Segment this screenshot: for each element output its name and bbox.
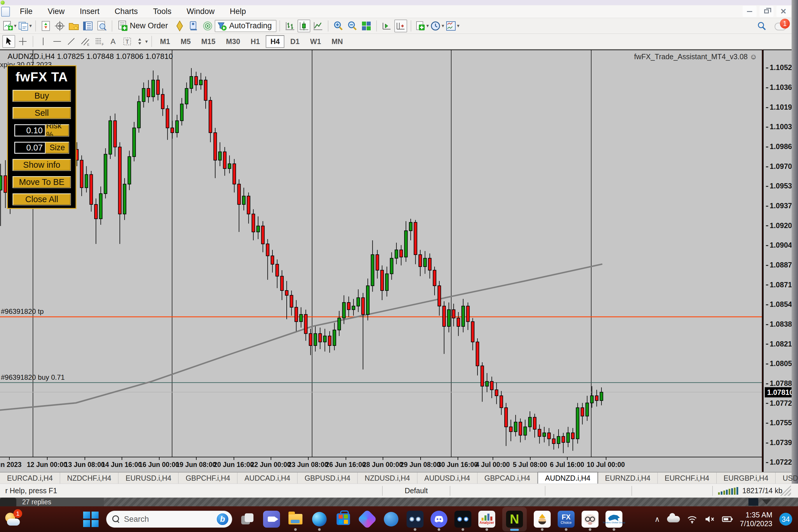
symbol-tab-eurcadih4[interactable]: EURCAD.i,H4 [0,473,60,483]
timeframe-d1[interactable]: D1 [286,35,304,48]
show-info-button[interactable]: Show info [13,159,71,171]
analyzer-app-icon[interactable]: Analyzer [478,511,495,528]
menu-item-file[interactable]: File [12,7,40,16]
symbol-tab-audcadih4[interactable]: AUDCAD.i,H4 [238,473,298,483]
auto-scroll-icon[interactable] [380,20,393,32]
close-all-button[interactable]: Close All [13,194,71,205]
blue-app-icon[interactable] [383,511,400,528]
time-axis[interactable]: un 202312 Jun 00:0013 Jun 08:0014 Jun 16… [0,457,762,472]
timeframe-h1[interactable]: H1 [246,35,265,48]
timeframe-m30[interactable]: M30 [221,35,245,48]
wifi-icon[interactable] [687,515,697,524]
discord-icon[interactable] [431,511,448,528]
symbol-tab-gbpcadih4[interactable]: GBPCAD.i,H4 [477,473,537,483]
fx-choice-app-icon[interactable]: FX Choice [558,511,575,528]
status-profile[interactable]: Default [382,486,450,496]
channel-icon[interactable]: E [79,35,92,48]
volume-muted-icon[interactable] [704,515,715,524]
edge-browser-icon[interactable] [311,511,328,528]
arrows-icon[interactable]: ▾ [135,35,148,48]
timeframe-mn[interactable]: MN [327,35,348,48]
trendline-icon[interactable] [65,35,78,48]
owl-dark-app-icon[interactable] [454,511,471,528]
signals-icon[interactable] [201,20,214,32]
fibonacci-icon[interactable]: F [93,35,106,48]
navigator-icon[interactable] [68,20,80,32]
timeframe-h4[interactable]: H4 [266,35,284,48]
move-to-be-button[interactable]: Move To BE [13,176,71,188]
pig-app-icon[interactable] [582,511,598,528]
symbol-tab-audnzdih4[interactable]: AUDNZD.i,H4 [537,472,598,483]
symbol-tab-nzdchfih4[interactable]: NZDCHF.i,H4 [60,473,118,483]
timeframe-m15[interactable]: M15 [196,35,220,48]
terminal-icon[interactable] [81,20,94,32]
candlestick-chart[interactable]: #96391820 tp#96391820 buy 0.71 [0,50,762,457]
new-chart-icon[interactable]: ▾ [2,20,17,32]
sell-button[interactable]: Sell [13,107,71,119]
copilot-icon[interactable] [359,511,376,528]
owl-app-icon[interactable] [406,511,423,528]
close-button[interactable]: ✕ [776,6,791,17]
symbol-tab-eurchfih4[interactable]: EURCHF.i,H4 [658,473,717,483]
minimize-button[interactable] [743,6,757,17]
crosshair-icon[interactable] [16,35,29,48]
menu-item-view[interactable]: View [40,7,72,16]
bing-icon[interactable]: b [216,513,229,526]
text-icon[interactable]: A [107,35,119,48]
risk-input[interactable]: 0.10 [15,125,45,136]
search-icon[interactable] [757,21,767,32]
file-explorer-icon[interactable] [287,511,304,528]
indicators-icon[interactable]: ▾ [415,20,429,32]
restore-button[interactable] [760,6,774,17]
symbol-tab-nzdusdih4[interactable]: NZDUSD.i,H4 [358,473,417,483]
zoom-in-icon[interactable] [332,20,345,32]
weather-widget-icon[interactable]: 1 [4,510,22,528]
menu-item-tools[interactable]: Tools [146,7,179,16]
expert-advisors-icon[interactable] [187,20,200,32]
symbol-tab-gbpusdih4[interactable]: GBPUSD.i,H4 [298,473,358,483]
onedrive-icon[interactable] [667,516,680,522]
timeframe-m5[interactable]: M5 [176,35,195,48]
microsoft-store-icon[interactable] [335,511,352,528]
chart-shift-icon[interactable] [394,20,407,32]
vertical-line-icon[interactable] [37,35,50,48]
timeframe-w1[interactable]: W1 [305,35,326,48]
horizontal-line-icon[interactable] [51,35,63,48]
candlestick-mode-icon[interactable] [298,20,310,32]
periods-icon[interactable]: ▾ [430,20,444,32]
autotrading-button[interactable]: AutoTrading [215,20,277,32]
mt4-active-app-icon[interactable]: N [502,507,527,531]
price-axis[interactable]: 1.105251.103601.101951.100301.098651.097… [763,50,792,472]
metaeditor-icon[interactable] [173,20,186,32]
symbol-tab-gbpchfih4[interactable]: GBPCHF.i,H4 [178,473,238,483]
cursor-icon[interactable] [2,35,15,48]
symbol-tab-eurusdih4[interactable]: EURUSD.i,H4 [118,473,178,483]
timeframe-m1[interactable]: M1 [155,35,175,48]
chat-app-icon[interactable] [263,511,280,528]
start-button[interactable] [82,511,99,528]
king-avatar-app-icon[interactable] [534,511,551,528]
search-box[interactable]: Search b [106,511,232,528]
line-chart-mode-icon[interactable] [311,20,324,32]
battery-icon[interactable] [722,515,733,524]
menu-item-insert[interactable]: Insert [72,7,107,16]
tray-overflow-icon[interactable]: ∧ [654,515,660,524]
chart-window[interactable]: #96391820 tp#96391820 buy 0.71 AUDNZD.i,… [0,50,762,457]
taskbar-clock[interactable]: 1:35 AM 7/10/2023 [740,510,772,528]
menu-item-charts[interactable]: Charts [107,7,146,16]
notification-count-badge[interactable]: 34 [779,513,792,526]
symbol-tab-eurnzdih4[interactable]: EURNZD.i,H4 [598,473,658,483]
size-input[interactable]: 0.07 [15,142,45,153]
bull-app-icon[interactable]: Traders Global Group [606,511,622,528]
strategy-tester-icon[interactable] [95,20,108,32]
menu-item-window[interactable]: Window [179,7,222,16]
menu-item-help[interactable]: Help [222,7,254,16]
zoom-out-icon[interactable] [346,20,359,32]
notifications-bubble-icon[interactable]: 1 [775,20,788,32]
symbol-tab-usdchfih4[interactable]: USDCHF.i,H4 [776,473,798,483]
profiles-icon[interactable]: ▾ [18,20,32,32]
templates-icon[interactable]: ▾ [445,20,460,32]
label-icon[interactable]: T [121,35,134,48]
symbol-tab-eurgbpih4[interactable]: EURGBP.i,H4 [717,473,776,483]
buy-button[interactable]: Buy [13,90,71,101]
